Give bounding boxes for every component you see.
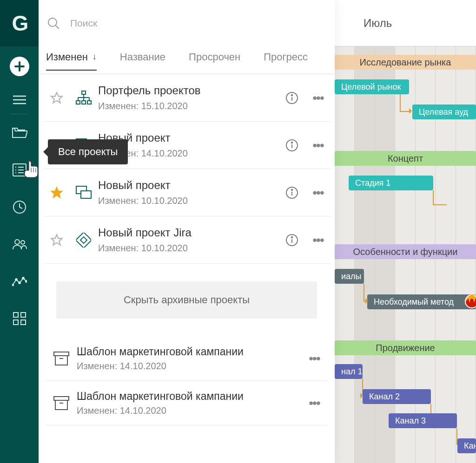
project-modified: Изменен: 10.10.2020	[98, 243, 279, 254]
nav-add[interactable]	[0, 46, 39, 86]
svg-point-55	[291, 189, 292, 190]
nav-apps[interactable]	[0, 300, 39, 337]
gantt-group[interactable]: Исследование рынка	[335, 55, 476, 70]
star-outline-icon	[50, 234, 63, 247]
project-info[interactable]	[279, 91, 305, 104]
search-input[interactable]	[70, 18, 326, 29]
cursor-pointer-icon	[23, 160, 39, 182]
svg-rect-21	[21, 313, 26, 317]
search-bar[interactable]	[39, 0, 335, 46]
gantt-bar[interactable]: Целевой рынок	[335, 79, 409, 94]
gantt-area[interactable]: Июль Исследование рынкаКонцептОсобенност…	[335, 0, 476, 463]
project-item[interactable]: Новый проект JiraИзменен: 10.10.2020 •••	[44, 216, 331, 264]
star-toggle[interactable]	[44, 234, 69, 247]
project-name: Новый проект Jira	[98, 226, 279, 239]
app-logo[interactable]: G	[0, 0, 39, 46]
logo-glyph: G	[12, 11, 27, 36]
project-info[interactable]	[279, 139, 305, 152]
svg-rect-33	[87, 101, 91, 104]
archive-menu[interactable]: •••	[301, 396, 327, 411]
project-info[interactable]	[279, 234, 305, 247]
project-item[interactable]: Новый проектИзменен: 10.10.2020 •••	[44, 169, 331, 216]
project-type-icon	[69, 233, 98, 248]
project-menu[interactable]: •••	[305, 185, 331, 200]
hide-archive-button[interactable]: Скрыть архивные проекты	[56, 281, 317, 319]
hamburger-icon	[13, 95, 26, 104]
project-menu[interactable]: •••	[305, 91, 331, 105]
nav-reports[interactable]	[0, 263, 39, 300]
priority-fire-icon	[465, 294, 476, 308]
gantt-group[interactable]: Особенности и функции	[335, 244, 476, 259]
svg-point-48	[291, 142, 292, 143]
project-info[interactable]	[279, 186, 305, 199]
chart-line-icon	[12, 277, 27, 286]
archive-modified: Изменен: 14.10.2020	[77, 361, 301, 372]
svg-rect-58	[80, 236, 87, 243]
svg-marker-29	[51, 92, 62, 103]
svg-point-18	[22, 277, 24, 280]
svg-marker-49	[51, 187, 62, 197]
gantt-bar[interactable]: Стадия 1	[349, 176, 433, 190]
nav-projects[interactable]	[0, 114, 39, 151]
info-icon	[285, 186, 298, 199]
svg-point-13	[15, 240, 20, 244]
svg-rect-66	[55, 400, 67, 410]
project-name: Новый проект	[98, 179, 279, 192]
nav-team[interactable]	[0, 226, 39, 263]
gantt-bar[interactable]: нал 1	[335, 364, 363, 379]
svg-point-61	[291, 236, 292, 237]
svg-line-28	[56, 26, 59, 29]
svg-rect-30	[82, 91, 86, 94]
svg-point-16	[15, 279, 17, 281]
svg-point-27	[48, 18, 57, 26]
star-toggle[interactable]	[44, 91, 69, 104]
archive-item[interactable]: Шаблон маркетинговой кампанииИзменен: 14…	[46, 336, 327, 381]
sort-overdue[interactable]: Просрочен	[189, 51, 240, 70]
svg-rect-22	[13, 320, 18, 325]
svg-marker-56	[51, 235, 62, 245]
svg-rect-57	[76, 233, 91, 248]
sort-progress[interactable]: Прогресс	[264, 51, 308, 70]
sort-row: Изменен↓ Название Просрочен Прогресс	[39, 46, 335, 74]
info-icon	[285, 91, 298, 104]
archive-item[interactable]: Шаблон маркетинговой кампанииИзменен: 14…	[46, 381, 327, 425]
gantt-month: Июль	[335, 0, 476, 46]
nav-hamburger[interactable]	[0, 86, 39, 114]
gantt-bar[interactable]: Целевая ауд	[412, 104, 476, 119]
users-icon	[12, 238, 27, 250]
archive-name: Шаблон маркетинговой кампании	[77, 346, 301, 358]
search-icon	[47, 17, 60, 30]
folder-open-icon	[12, 126, 27, 139]
star-toggle[interactable]	[44, 186, 69, 199]
archive-name: Шаблон маркетинговой кампании	[77, 390, 301, 403]
gantt-bar[interactable]: Кан	[457, 438, 476, 453]
clock-icon	[13, 200, 26, 214]
gantt-group[interactable]: Концепт	[335, 151, 476, 166]
gantt-bar[interactable]: Канал 3	[389, 413, 457, 428]
svg-point-15	[12, 284, 14, 287]
gantt-bar[interactable]: иалы	[335, 269, 364, 284]
svg-rect-20	[13, 313, 18, 317]
project-modified: Изменен: 15.10.2020	[98, 101, 279, 111]
sort-modified[interactable]: Изменен↓	[46, 51, 97, 71]
archive-icon	[46, 396, 77, 410]
project-type-icon	[69, 186, 98, 200]
gantt-bar[interactable]: Канал 2	[363, 389, 431, 404]
project-modified: Изменен: 10.10.2020	[98, 196, 279, 206]
project-menu[interactable]: •••	[305, 233, 331, 248]
nav-recent[interactable]	[0, 189, 39, 226]
project-menu[interactable]: •••	[305, 138, 331, 153]
tooltip-all-projects: Все проекты	[48, 139, 128, 164]
svg-rect-23	[21, 320, 26, 325]
info-icon	[285, 234, 298, 247]
project-item[interactable]: Портфель проектовИзменен: 15.10.2020 •••	[44, 74, 331, 122]
project-type-icon	[69, 91, 98, 105]
svg-rect-65	[54, 397, 69, 400]
archive-menu[interactable]: •••	[301, 351, 327, 366]
archive-modified: Изменен: 14.10.2020	[77, 405, 301, 416]
gantt-bar[interactable]: Необходимый метод	[367, 294, 476, 309]
sort-name[interactable]: Название	[120, 51, 165, 70]
svg-rect-31	[76, 101, 80, 104]
archive-icon	[46, 352, 77, 365]
gantt-group[interactable]: Продвижение	[335, 340, 476, 355]
